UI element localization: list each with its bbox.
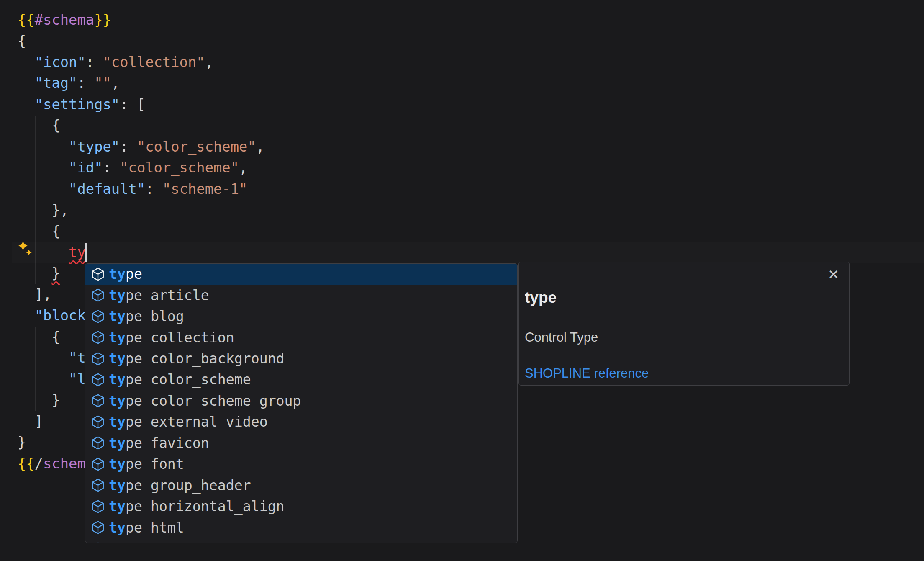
code-line[interactable]: "default": "scheme-1"	[0, 179, 924, 200]
suggestion-label: type article	[109, 287, 209, 304]
cube-icon	[91, 373, 105, 387]
suggestion-label: type favicon	[109, 435, 209, 451]
code-token: "type"	[69, 139, 120, 155]
cube-icon	[91, 415, 105, 429]
suggestion-item[interactable]: type image_picker	[85, 538, 517, 543]
code-token: {	[18, 33, 26, 49]
cube-icon	[91, 499, 105, 514]
suggestion-label: type color_scheme	[109, 371, 251, 388]
cube-icon	[91, 394, 105, 408]
code-token: "id"	[69, 160, 103, 176]
suggestion-item[interactable]: type blog	[85, 306, 517, 327]
suggestion-item[interactable]: type html	[85, 517, 517, 538]
suggestion-label: type color_scheme_group	[109, 393, 301, 409]
suggestion-item[interactable]: type external_video	[85, 412, 517, 432]
suggestion-label: type image_picker	[109, 540, 251, 543]
suggestion-label: type html	[109, 520, 184, 536]
suggestion-item[interactable]: type color_scheme	[85, 369, 517, 390]
code-token: ,	[239, 160, 247, 176]
code-token: "l	[69, 371, 86, 387]
ai-hint-button[interactable]	[18, 241, 33, 258]
reference-link[interactable]: SHOPLINE reference	[525, 366, 649, 381]
suggestion-item[interactable]: type font	[85, 454, 517, 475]
code-line[interactable]: {	[0, 115, 924, 136]
code-token: :	[145, 181, 162, 197]
code-token: {{	[18, 12, 35, 28]
code-token: /	[35, 455, 43, 472]
suggestion-list: typetype articletype blogtype collection…	[85, 264, 517, 543]
suggestion-item[interactable]: type color_background	[85, 348, 517, 369]
code-token: ,	[205, 54, 213, 70]
cube-icon	[91, 542, 105, 543]
code-token: :	[120, 139, 137, 155]
suggestion-item[interactable]: type	[85, 264, 517, 285]
code-token: "color_scheme"	[120, 160, 239, 176]
code-token: :	[103, 160, 120, 176]
close-icon: ✕	[828, 267, 839, 283]
code-token: }	[51, 392, 60, 408]
code-token: ""	[94, 75, 111, 91]
cube-icon	[91, 478, 105, 492]
suggestion-item[interactable]: type favicon	[85, 432, 517, 453]
code-token: {{	[18, 455, 35, 472]
code-line[interactable]: {	[0, 221, 924, 242]
code-token: [	[137, 96, 145, 113]
cube-icon	[91, 288, 105, 302]
code-token: schem	[43, 455, 86, 472]
suggestion-label: type horizontal_align	[109, 498, 285, 515]
code-token: }}	[94, 12, 111, 28]
code-token: "tag"	[35, 75, 77, 91]
code-token: :	[77, 75, 94, 91]
code-token: "settings"	[35, 96, 120, 113]
code-token: {	[51, 329, 60, 345]
suggestion-label: type blog	[109, 308, 184, 324]
cube-icon	[91, 309, 105, 324]
suggestion-label: type	[109, 266, 142, 282]
suggestion-item[interactable]: type horizontal_align	[85, 496, 517, 517]
suggestion-item[interactable]: type color_scheme_group	[85, 390, 517, 411]
suggestion-label: type font	[109, 456, 184, 472]
autocomplete-dropdown: typetype articletype blogtype collection…	[85, 263, 518, 543]
code-line[interactable]: {	[0, 31, 924, 51]
suggestion-item[interactable]: type article	[85, 285, 517, 306]
code-token: :	[86, 54, 103, 70]
cube-icon	[91, 352, 105, 366]
suggestion-label: type collection	[109, 329, 234, 346]
code-line[interactable]: "tag": "",	[0, 73, 924, 94]
code-token: "default"	[69, 181, 145, 197]
code-token: "icon"	[35, 54, 86, 70]
code-line[interactable]: ty	[0, 242, 924, 263]
docs-title: type	[525, 289, 557, 306]
suggestion-label: type external_video	[109, 414, 268, 430]
code-token: "color_scheme"	[137, 139, 256, 155]
code-token: },	[51, 202, 69, 218]
code-token: "t	[69, 350, 86, 366]
code-line[interactable]: "type": "color_scheme",	[0, 136, 924, 157]
code-line[interactable]: {{#schema}}	[0, 10, 924, 31]
code-line[interactable]: },	[0, 200, 924, 221]
code-token: }	[18, 434, 26, 450]
suggestion-label: type group_header	[109, 477, 251, 494]
code-token: ,	[256, 139, 264, 155]
suggestion-docs-panel: ✕ type Control Type SHOPLINE reference	[518, 262, 850, 386]
close-button[interactable]: ✕	[828, 268, 839, 281]
cube-icon	[91, 457, 105, 471]
code-token: "collection"	[103, 54, 205, 70]
docs-description: Control Type	[525, 330, 598, 345]
code-token: ],	[35, 286, 52, 303]
code-line[interactable]: "id": "color_scheme",	[0, 157, 924, 178]
code-token: "block	[35, 307, 86, 324]
code-token: ty	[69, 244, 86, 260]
code-token: #schema	[35, 12, 94, 28]
code-token: ,	[111, 75, 120, 91]
code-token: ]	[35, 413, 43, 430]
cube-icon	[91, 520, 105, 535]
suggestion-item[interactable]: type group_header	[85, 475, 517, 496]
code-line[interactable]: "settings": [	[0, 94, 924, 115]
cube-icon	[91, 267, 105, 281]
suggestion-label: type color_background	[109, 350, 285, 367]
code-token: }	[51, 265, 60, 281]
suggestion-item[interactable]: type collection	[85, 327, 517, 348]
code-token: "scheme-1"	[162, 181, 247, 197]
code-line[interactable]: "icon": "collection",	[0, 52, 924, 73]
